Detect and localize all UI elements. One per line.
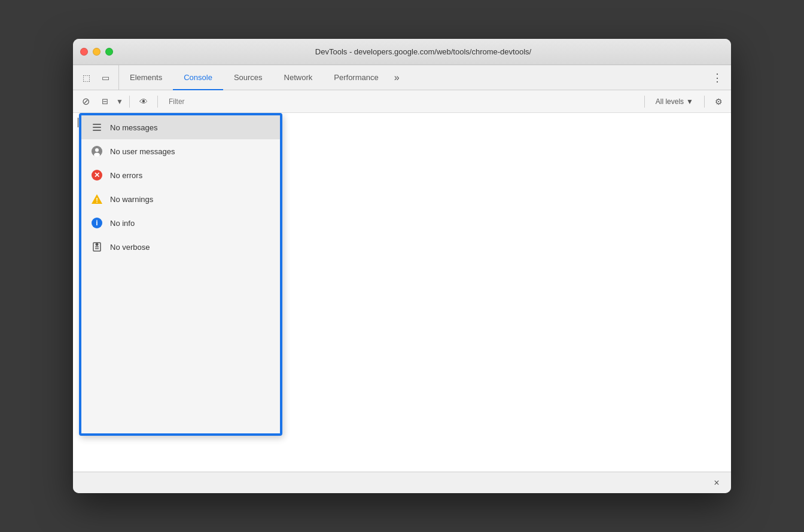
- console-settings-button[interactable]: ⚙: [711, 94, 726, 109]
- dropdown-item-no-errors[interactable]: ✕ No errors: [81, 163, 280, 187]
- device-mode-button[interactable]: ▭: [97, 69, 114, 86]
- devtools-window: DevTools - developers.google.com/web/too…: [73, 39, 731, 493]
- toolbar-right: ⋮: [708, 65, 731, 90]
- eye-button[interactable]: 👁: [136, 94, 151, 109]
- close-devtools-button[interactable]: ×: [709, 476, 724, 490]
- tab-elements[interactable]: Elements: [119, 66, 173, 90]
- log-level-dropdown-panel: No messages No user messages ✕ No: [79, 113, 282, 436]
- close-traffic-light[interactable]: [80, 48, 88, 56]
- toolbar-divider4: [704, 96, 705, 108]
- clear-console-button[interactable]: ⊘: [78, 94, 93, 109]
- tabs-container: Elements Console Sources Network Perform…: [119, 65, 404, 90]
- info-icon: i: [91, 217, 103, 229]
- more-tabs-button[interactable]: »: [389, 65, 404, 90]
- error-icon: ✕: [91, 169, 103, 181]
- traffic-lights: [80, 48, 113, 56]
- tab-sources[interactable]: Sources: [223, 66, 273, 90]
- svg-point-6: [96, 243, 99, 246]
- inspect-element-button[interactable]: ⬚: [78, 69, 95, 86]
- gear-icon: ⚙: [715, 97, 723, 106]
- warning-icon: !: [91, 193, 103, 205]
- tab-console[interactable]: Console: [173, 66, 223, 90]
- bottom-bar: ×: [73, 472, 731, 493]
- console-cursor: [78, 118, 78, 127]
- eye-icon: 👁: [139, 97, 148, 106]
- toolbar-divider3: [644, 96, 645, 108]
- devtools-toolbar: ⬚ ▭ Elements Console Sources Network Per…: [73, 65, 731, 90]
- filter-input[interactable]: [164, 94, 638, 109]
- filter-icon: ⊟: [102, 97, 108, 106]
- svg-point-1: [95, 148, 99, 152]
- filter-dropdown-arrow[interactable]: ▼: [116, 97, 123, 106]
- titlebar: DevTools - developers.google.com/web/too…: [73, 39, 731, 65]
- dropdown-item-no-info[interactable]: i No info: [81, 211, 280, 235]
- dropdown-item-no-messages[interactable]: No messages: [81, 115, 280, 139]
- dropdown-item-no-warnings[interactable]: ! No warnings: [81, 187, 280, 211]
- maximize-traffic-light[interactable]: [105, 48, 113, 56]
- tab-performance[interactable]: Performance: [323, 66, 389, 90]
- block-icon: ⊘: [82, 96, 90, 107]
- list-icon: [91, 121, 103, 133]
- user-message-icon: [91, 145, 103, 157]
- console-toolbar: ⊘ ⊟ ▼ 👁 All levels ▼ ⚙: [73, 90, 731, 113]
- svg-text:!: !: [96, 197, 98, 204]
- toolbar-divider2: [157, 96, 158, 108]
- open-filter-button[interactable]: ⊟: [97, 94, 112, 109]
- cursor-icon: ⬚: [83, 73, 90, 82]
- main-content: No messages No user messages ✕ No: [73, 113, 731, 472]
- minimize-traffic-light[interactable]: [93, 48, 100, 56]
- dropdown-item-no-user-messages[interactable]: No user messages: [81, 139, 280, 163]
- toolbar-divider: [129, 96, 130, 108]
- log-level-dropdown[interactable]: All levels ▼: [651, 96, 698, 107]
- dropdown-item-no-verbose[interactable]: No verbose: [81, 235, 280, 259]
- toolbar-icons: ⬚ ▭: [73, 65, 119, 90]
- tab-network[interactable]: Network: [273, 66, 324, 90]
- verbose-icon: [91, 241, 103, 253]
- mobile-icon: ▭: [102, 73, 109, 82]
- devtools-menu-button[interactable]: ⋮: [708, 69, 726, 87]
- window-title: DevTools - developers.google.com/web/too…: [123, 47, 724, 56]
